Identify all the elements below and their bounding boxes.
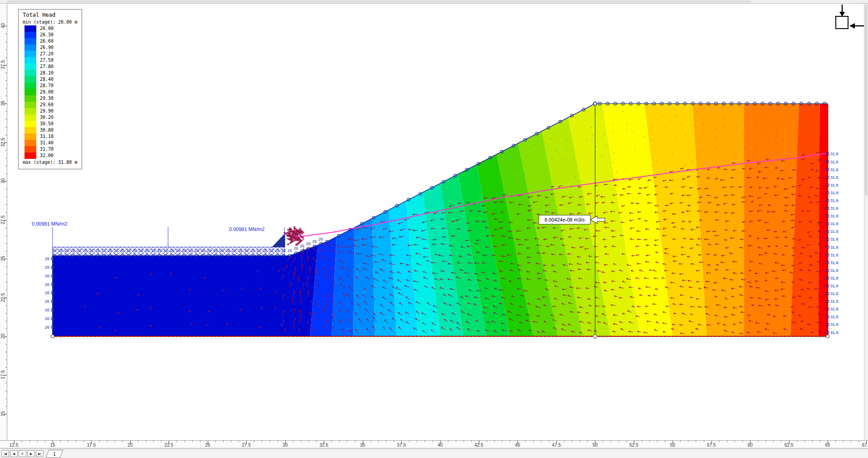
ruler-tick — [270, 441, 270, 442]
head-value-label: 26 — [257, 248, 261, 253]
ruler-tick — [5, 321, 7, 321]
sheet-tab-1[interactable]: 1 — [46, 450, 63, 458]
tab-nav-prev-button[interactable]: ◀ — [10, 450, 18, 457]
ruler-tick — [657, 441, 658, 442]
legend-total-head: Total Head min (stage): 26.00 m 26.0026.… — [18, 9, 82, 169]
vertical-scrollbar-thumb[interactable] — [865, 5, 868, 195]
ruler-tick — [5, 251, 7, 251]
legend-value: 28.40 — [40, 76, 54, 83]
ruler-tick — [835, 441, 836, 442]
head-value-label: 31.8 — [830, 307, 839, 311]
drawing-canvas[interactable]: 2626262626262626262626262626262626262626… — [0, 0, 868, 458]
node-dot — [630, 103, 631, 104]
node-dot — [646, 103, 647, 104]
ruler-tick — [510, 441, 510, 442]
ruler-tick — [533, 441, 534, 442]
head-value-label: 31.8 — [830, 268, 839, 273]
ruler-tick — [5, 189, 7, 189]
ruler-tick — [773, 441, 774, 442]
ruler-tick — [76, 441, 76, 442]
legend-entry: 29.60 — [24, 102, 77, 108]
node-dot — [716, 103, 717, 104]
ruler-tick — [5, 111, 7, 112]
ruler-tick — [5, 367, 7, 368]
legend-swatch — [24, 64, 36, 70]
head-value-label: 31.8 — [830, 206, 839, 211]
legend-swatch — [24, 108, 36, 114]
contour-band — [332, 80, 356, 336]
ruler-tick — [417, 441, 417, 442]
head-value-label: 26 — [275, 248, 280, 253]
head-value-label: 26 — [200, 248, 205, 253]
ruler-label: 15 — [0, 407, 5, 420]
node-dot — [816, 103, 817, 104]
legend-value: 26.60 — [40, 38, 54, 44]
tab-nav-last-button[interactable]: ▶| — [36, 450, 44, 457]
head-value-label: 31.8 — [830, 214, 839, 218]
ruler-tick — [665, 441, 665, 442]
ruler-tick — [231, 441, 231, 442]
ruler-label: 52.5 — [627, 443, 641, 448]
ruler-tick — [580, 441, 580, 442]
top-scrollbar-thumb[interactable] — [7, 0, 751, 3]
legend-value: 29.00 — [40, 89, 54, 95]
ruler-label: 22.5 — [161, 443, 176, 448]
ruler-label: 20 — [0, 330, 5, 343]
ruler-tick — [456, 441, 456, 442]
ruler-tick — [301, 441, 301, 442]
tab-nav-next-button[interactable]: ▶ — [27, 450, 35, 457]
ruler-tick — [5, 266, 7, 267]
head-value-label: 26 — [182, 248, 186, 253]
ruler-tick — [37, 441, 38, 442]
ruler-tick — [5, 135, 7, 135]
node-dot — [770, 103, 770, 104]
node-dot — [700, 103, 701, 104]
ruler-label: 32.5 — [0, 135, 5, 149]
legend-swatch — [24, 83, 36, 89]
tab-nav-list-button[interactable]: # — [19, 450, 26, 457]
legend-value: 27.80 — [40, 64, 54, 70]
head-value-label: 31.8 — [830, 253, 839, 257]
ruler-tick — [5, 57, 7, 58]
node-dot — [754, 103, 755, 104]
head-value-label: 26 — [281, 248, 286, 253]
ruler-label: 40 — [433, 443, 448, 448]
legend-swatch — [24, 44, 36, 51]
head-value-label: 26 — [170, 248, 174, 253]
legend-value: 26.00 — [40, 25, 54, 32]
tab-nav-first-button[interactable]: |◀ — [1, 450, 9, 457]
legend-value: 32.00 — [40, 153, 54, 159]
load-end-wedge — [272, 233, 285, 247]
ruler-tick — [797, 441, 797, 442]
ruler-tick — [5, 274, 7, 275]
node-dot — [809, 103, 809, 104]
head-value-label: 26 — [45, 265, 49, 270]
ruler-tick — [858, 441, 859, 442]
ruler-tick — [185, 441, 185, 442]
left-arrow-head-icon — [849, 23, 855, 29]
legend-swatch — [24, 38, 36, 44]
ruler-tick — [5, 127, 7, 128]
ruler-tick — [316, 441, 317, 442]
ruler-tick — [308, 441, 309, 442]
ruler-label: 30 — [278, 443, 293, 448]
ruler-label: 15 — [45, 443, 60, 448]
ruler-tick — [99, 441, 100, 442]
ruler-tick — [293, 441, 293, 442]
legend-swatch — [24, 133, 36, 140]
ruler-label: 50 — [588, 443, 602, 448]
head-value-label: 26 — [232, 248, 236, 253]
top-scrollbar[interactable] — [0, 0, 868, 4]
head-value-label: 26 — [95, 248, 100, 253]
legend-value: 26.90 — [40, 44, 54, 51]
legend-value: 31.10 — [40, 133, 54, 140]
ruler-tick — [494, 441, 495, 442]
legend-swatch — [24, 76, 36, 83]
vertical-ruler: 4037.53532.53027.52522.52017.515 — [0, 4, 7, 440]
legend-value: 31.40 — [40, 140, 54, 146]
node-dot — [661, 103, 662, 104]
vertical-scrollbar[interactable] — [864, 4, 868, 440]
legend-entry: 29.00 — [24, 89, 77, 95]
head-value-label: 31.8 — [830, 183, 839, 187]
ruler-tick — [355, 441, 356, 442]
